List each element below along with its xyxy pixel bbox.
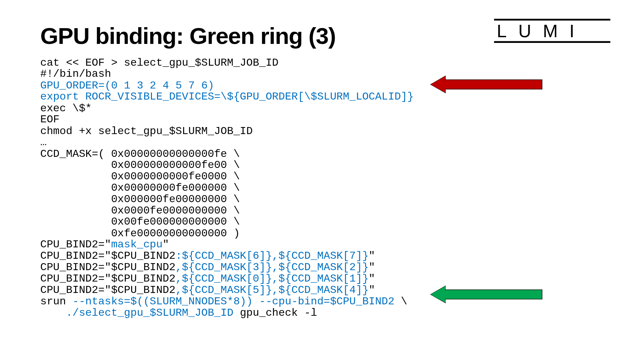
code-line-highlight: export ROCR_VISIBLE_DEVICES=\${GPU_ORDER… bbox=[40, 91, 414, 103]
code-line: CCD_MASK=( 0x00000000000000fe \ bbox=[40, 148, 240, 160]
logo-bottom-bar bbox=[494, 41, 610, 43]
code-line: EOF bbox=[40, 114, 60, 126]
code-line: 0x000000000000fe00 \ bbox=[40, 159, 240, 171]
code-line: cat << EOF > select_gpu_$SLURM_JOB_ID bbox=[40, 57, 278, 69]
code-line-highlight: mask_cpu bbox=[111, 239, 163, 251]
code-line: 0x000000fe00000000 \ bbox=[40, 193, 240, 205]
arrow-shaft bbox=[445, 290, 542, 299]
green-arrow-annotation bbox=[431, 286, 542, 303]
code-line: \ bbox=[394, 295, 407, 307]
arrow-head-icon bbox=[431, 76, 446, 93]
code-line: srun bbox=[40, 295, 72, 307]
arrow-shaft bbox=[445, 79, 542, 89]
lumi-logo: LUMI bbox=[494, 19, 610, 43]
code-line: 0x0000fe0000000000 \ bbox=[40, 204, 240, 217]
code-line-highlight: ,${CCD_MASK[3]},${CCD_MASK[2]} bbox=[175, 261, 369, 274]
arrow-head-icon bbox=[431, 286, 446, 303]
code-line: exec \$* bbox=[40, 102, 92, 114]
code-line-highlight: :${CCD_MASK[6]},${CCD_MASK[7]} bbox=[175, 250, 369, 262]
code-line: CPU_BIND2=" bbox=[40, 239, 111, 251]
code-line: CPU_BIND2="$CPU_BIND2 bbox=[40, 250, 175, 262]
logo-top-bar bbox=[494, 19, 610, 20]
code-line-highlight: ,${CCD_MASK[5]},${CCD_MASK[4]} bbox=[175, 284, 369, 296]
logo-text: LUMI bbox=[494, 22, 610, 40]
code-line: " bbox=[369, 261, 375, 274]
red-arrow-annotation bbox=[431, 76, 542, 93]
code-line: #!/bin/bash bbox=[40, 68, 111, 80]
code-line: " bbox=[369, 250, 375, 262]
code-line-highlight: GPU_ORDER=(0 1 3 2 4 5 7 6) bbox=[40, 79, 214, 92]
code-line: CPU_BIND2="$CPU_BIND2 bbox=[40, 261, 175, 274]
code-line-highlight: ,${CCD_MASK[0]},${CCD_MASK[1]} bbox=[175, 273, 369, 285]
code-line: 0x00fe000000000000 \ bbox=[40, 216, 240, 228]
code-line: chmod +x select_gpu_$SLURM_JOB_ID bbox=[40, 125, 253, 137]
code-line: 0x00000000fe000000 \ bbox=[40, 182, 240, 194]
code-line: … bbox=[40, 136, 47, 148]
code-line: 0x0000000000fe0000 \ bbox=[40, 170, 240, 182]
code-line bbox=[40, 307, 66, 319]
code-block: cat << EOF > select_gpu_$SLURM_JOB_ID #!… bbox=[40, 57, 608, 319]
code-line: " bbox=[163, 239, 169, 251]
code-line: " bbox=[369, 284, 375, 296]
presentation-slide: LUMI GPU binding: Green ring (3) cat << … bbox=[0, 0, 644, 362]
code-line: gpu_check -l bbox=[233, 307, 317, 319]
code-line: 0xfe00000000000000 ) bbox=[40, 227, 240, 239]
code-line-highlight: ./select_gpu_$SLURM_JOB_ID bbox=[66, 307, 233, 319]
code-line: CPU_BIND2="$CPU_BIND2 bbox=[40, 273, 175, 285]
code-line: " bbox=[369, 273, 375, 285]
code-line: CPU_BIND2="$CPU_BIND2 bbox=[40, 284, 175, 296]
code-line-highlight: --ntasks=$((SLURM_NNODES*8)) --cpu-bind=… bbox=[72, 295, 394, 307]
